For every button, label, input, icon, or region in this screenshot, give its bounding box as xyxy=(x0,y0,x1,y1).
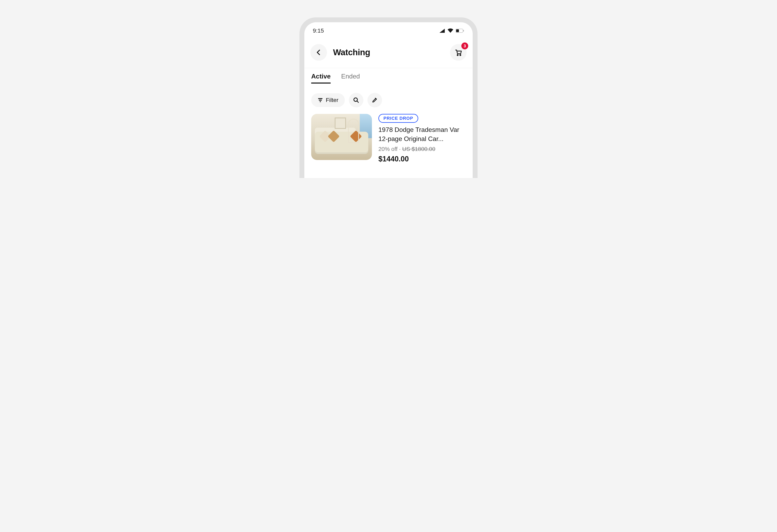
app-bar: Watching 3 xyxy=(304,36,473,68)
svg-line-9 xyxy=(357,101,358,103)
tab-ended[interactable]: Ended xyxy=(341,73,360,84)
cellular-icon xyxy=(439,28,445,33)
search-icon xyxy=(353,97,359,103)
discount-text: 20% off xyxy=(378,146,398,152)
svg-point-3 xyxy=(457,54,458,55)
cart-icon xyxy=(454,48,462,56)
chevron-left-icon xyxy=(315,49,322,56)
watchlist-item[interactable]: PRICE DROP 1978 Dodge Tradesman Var 12-p… xyxy=(304,114,473,163)
status-time: 9:15 xyxy=(313,27,324,34)
svg-rect-2 xyxy=(463,30,464,31)
cart-button[interactable]: 3 xyxy=(450,44,467,61)
tab-active[interactable]: Active xyxy=(311,73,331,84)
wifi-icon xyxy=(447,28,454,33)
status-icons xyxy=(439,28,464,33)
screen: 9:15 Watching 3 xyxy=(304,22,473,178)
item-info: PRICE DROP 1978 Dodge Tradesman Var 12-p… xyxy=(378,114,466,163)
pencil-icon xyxy=(372,97,378,103)
tabs: Active Ended xyxy=(304,68,473,84)
item-title: 1978 Dodge Tradesman Var 12-page Origina… xyxy=(378,125,466,143)
item-thumbnail xyxy=(311,114,372,160)
cart-badge: 3 xyxy=(461,42,468,49)
item-subline: 20% off · US $1800.00 xyxy=(378,146,466,152)
filter-button[interactable]: Filter xyxy=(311,93,345,107)
item-price: $1440.00 xyxy=(378,155,466,163)
battery-icon xyxy=(456,28,464,33)
page-title: Watching xyxy=(333,47,370,57)
filter-label: Filter xyxy=(326,97,338,103)
svg-rect-5 xyxy=(318,98,323,99)
svg-rect-7 xyxy=(320,101,321,102)
svg-rect-6 xyxy=(319,100,322,101)
search-button[interactable] xyxy=(349,93,363,107)
device-frame: 9:15 Watching 3 xyxy=(300,17,477,178)
svg-rect-1 xyxy=(456,29,459,32)
svg-point-4 xyxy=(460,54,461,55)
status-bar: 9:15 xyxy=(304,22,473,36)
back-button[interactable] xyxy=(310,44,327,61)
filter-icon xyxy=(318,98,323,102)
original-price: US $1800.00 xyxy=(402,146,435,152)
price-drop-badge: PRICE DROP xyxy=(378,114,418,123)
edit-button[interactable] xyxy=(367,93,382,107)
action-row: Filter xyxy=(304,84,473,114)
